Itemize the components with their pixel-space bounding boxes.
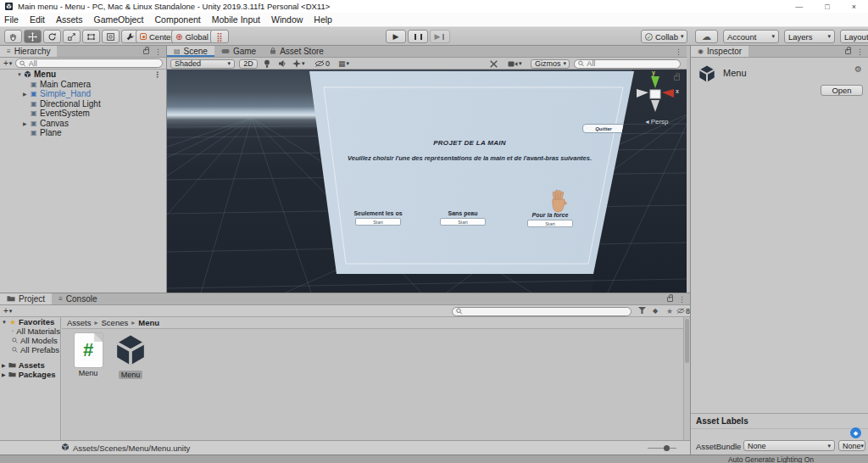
tab-inspector[interactable]: ◉ Inspector [691,46,748,57]
caret-down-icon[interactable]: ▼ [2,320,7,325]
move-tool-button[interactable] [24,30,42,43]
asset-label-tag-button[interactable]: ◆ [850,427,861,438]
tab-hierarchy[interactable]: ≡ Hierarchy [0,46,57,57]
tab-asset-store[interactable]: Asset Store [263,46,331,57]
shading-mode-dropdown[interactable]: Shaded ▾ [170,59,235,69]
menu-mobile-input[interactable]: Mobile Input [212,14,260,25]
thumbnail-size-slider[interactable] [648,447,676,449]
start-button-bones[interactable]: Start [355,218,401,226]
lock-icon[interactable] [845,49,851,54]
tab-game[interactable]: Game [214,46,263,57]
layers-button[interactable]: Layers ▾ [784,30,835,43]
menu-edit[interactable]: Edit [30,14,45,25]
hierarchy-item-main-camera[interactable]: ▣ Main Camera [0,80,166,90]
scene-viewport[interactable]: Quitter PROJET DE LA MAIN Veuillez chois… [167,70,687,293]
favorites-all-materials[interactable]: All Materials [0,326,60,336]
gizmos-dropdown[interactable]: Gizmos ▾ [531,59,570,69]
caret-right-icon[interactable]: ▶ [2,362,6,368]
tab-project[interactable]: Project [0,293,52,304]
scene-tools-button[interactable] [487,59,500,69]
scene-grid-dropdown[interactable]: ▦ ▾ [337,59,351,69]
minimize-button[interactable]: — [795,3,803,11]
save-search-icon[interactable]: ★ [666,307,673,315]
project-scrollbar[interactable] [683,317,690,440]
hidden-packages-toggle[interactable]: 8 [676,307,690,315]
caret-right-icon[interactable]: ▶ [23,91,27,97]
breadcrumb-scenes[interactable]: Scenes [102,318,129,327]
menu-component[interactable]: Component [154,14,200,25]
kebab-menu-icon[interactable]: ⋮ [153,70,166,79]
account-button[interactable]: Account ▾ [723,30,779,43]
menu-window[interactable]: Window [271,14,303,25]
layout-button[interactable]: Layout ▾ [840,30,868,43]
hierarchy-item-canvas[interactable]: ▶ ▣ Canvas [0,119,166,129]
kebab-menu-icon[interactable]: ⋮ [856,47,864,56]
search-by-type-icon[interactable] [638,306,646,315]
gizmo-axes[interactable] [632,75,682,121]
hierarchy-create-button[interactable]: +▾ [3,59,12,68]
kebab-menu-icon[interactable]: ⋮ [154,47,162,56]
scene-camera-dropdown[interactable]: ▾ [506,59,524,69]
hierarchy-item-simple-hand[interactable]: ▶ ▣ Simple_Hand [0,89,166,99]
favorites-root[interactable]: ▼ ★ Favorites [0,317,60,326]
lock-icon[interactable] [143,49,149,54]
transform-tool-button[interactable] [102,30,120,43]
project-content-area[interactable]: # Menu Menu [62,329,683,440]
2d-toggle-button[interactable]: 2D [239,59,258,69]
scale-tool-button[interactable] [63,30,81,43]
pivot-global-button[interactable]: ⊕ Global [171,30,213,43]
lock-icon[interactable] [667,297,673,302]
breadcrumb-menu[interactable]: Menu [138,318,159,327]
hierarchy-search-input[interactable] [15,59,163,68]
grid-snap-button[interactable]: ⣿ [210,30,229,43]
caret-right-icon[interactable]: ▶ [2,371,6,377]
search-by-label-icon[interactable]: ◆ [653,307,658,315]
hierarchy-item-directional-light[interactable]: ▣ Directional Light [0,99,166,109]
open-button[interactable]: Open [821,85,863,96]
project-search-input[interactable] [452,307,632,316]
projection-label[interactable]: ◂ Persp [632,118,682,126]
caret-right-icon[interactable]: ▶ [23,120,27,126]
hand-tool-button[interactable] [4,30,22,43]
kebab-menu-icon[interactable]: ⋮ [675,47,682,56]
asset-item-script-menu[interactable]: # Menu [68,333,108,377]
collab-button[interactable]: ✓ Collab ▾ [641,30,687,43]
rect-tool-button[interactable] [82,30,100,43]
packages-root[interactable]: ▶ Packages [0,370,60,379]
scene-audio-toggle[interactable] [276,59,288,69]
menu-gameobject[interactable]: GameObject [94,14,144,25]
tab-scene[interactable]: ▤ Scene [167,46,214,57]
kebab-menu-icon[interactable]: ⋮ [678,295,686,304]
scene-lighting-toggle[interactable] [262,59,272,69]
menu-assets[interactable]: Assets [56,14,83,25]
menu-file[interactable]: File [4,14,19,25]
start-button-no-skin[interactable]: Start [440,218,486,226]
pause-button[interactable] [408,30,428,43]
asset-item-scene-menu[interactable]: Menu [110,333,151,379]
project-create-button[interactable]: +▾ [3,306,12,315]
assetbundle-variant-dropdown[interactable]: None ▾ [838,440,865,451]
gear-icon[interactable]: ⚙ [854,64,862,74]
tab-console[interactable]: ≡ Console [52,293,103,304]
slider-thumb[interactable] [664,445,670,451]
caret-down-icon[interactable]: ▼ [17,72,22,77]
hierarchy-item-eventsystem[interactable]: ▣ EventSystem [0,109,166,119]
favorites-all-models[interactable]: All Models [0,336,60,345]
scene-effects-dropdown[interactable]: ▾ [291,59,307,69]
favorites-all-prefabs[interactable]: All Prefabs [0,345,60,354]
close-button[interactable]: × [852,3,856,11]
hierarchy-item-plane[interactable]: ▣ Plane [0,128,166,138]
rotate-tool-button[interactable] [43,30,61,43]
assets-root[interactable]: ▶ Assets [0,360,60,370]
play-button[interactable]: ▶ [386,30,406,43]
cloud-button[interactable]: ☁ [695,30,718,43]
gizmo-lock-icon[interactable] [674,75,680,81]
start-button-force[interactable]: Start [527,220,573,227]
step-button[interactable]: ▶ [430,30,450,43]
scene-visibility-toggle[interactable]: 0 [313,59,331,69]
menu-help[interactable]: Help [314,14,332,25]
assetbundle-dropdown[interactable]: None ▾ [743,440,835,451]
quit-button[interactable]: Quitter [582,124,625,133]
breadcrumb-assets[interactable]: Assets [67,318,92,327]
hierarchy-scene-row[interactable]: ▼ Menu ⋮ [0,70,166,80]
